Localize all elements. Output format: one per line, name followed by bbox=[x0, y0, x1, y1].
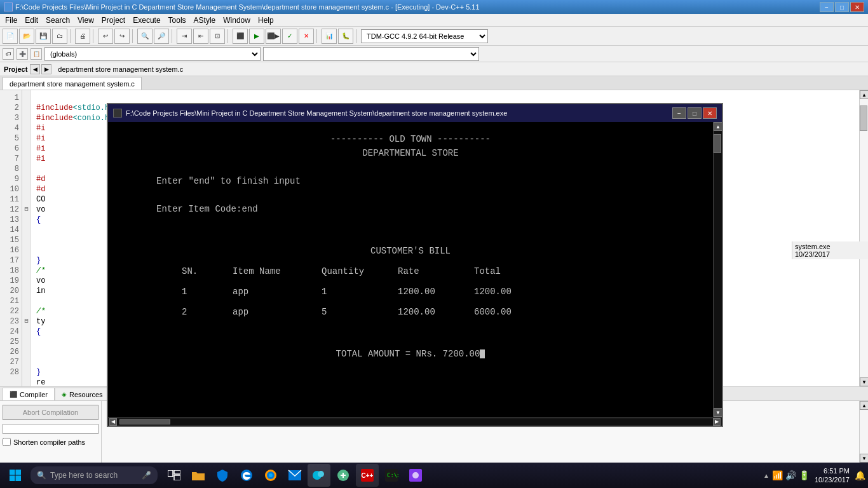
scope-select[interactable]: (globals) bbox=[44, 47, 261, 61]
menu-edit[interactable]: Edit bbox=[21, 15, 42, 26]
console-hscrollbar[interactable]: ◀ ▶ bbox=[108, 417, 722, 426]
tb2-list[interactable]: 📋 bbox=[31, 48, 42, 60]
tb-redo[interactable]: ↪ bbox=[114, 29, 130, 44]
compiler-select[interactable]: TDM-GCC 4.9.2 64-bit Release bbox=[361, 29, 488, 43]
taskbar-app-mail[interactable] bbox=[283, 464, 306, 487]
tb-compile[interactable]: ⬛ bbox=[233, 29, 248, 44]
menu-window[interactable]: Window bbox=[219, 15, 254, 26]
tb-save[interactable]: 💾 bbox=[36, 29, 51, 44]
tray-battery-icon[interactable]: 🔋 bbox=[799, 470, 810, 480]
taskbar-app-chat[interactable] bbox=[308, 464, 330, 487]
tray-up-icon[interactable]: ▲ bbox=[763, 472, 770, 479]
bottom-scroll-up[interactable]: ▲ bbox=[860, 401, 868, 410]
clock[interactable]: 6:51 PM 10/23/2017 bbox=[815, 466, 850, 484]
mail-icon bbox=[288, 470, 302, 481]
project-label: Project bbox=[4, 65, 27, 73]
console-icon bbox=[113, 109, 122, 118]
bottom-vscrollbar[interactable]: ▲ ▼ bbox=[859, 401, 868, 463]
tab-compiler[interactable]: ⬛ Compiler bbox=[3, 388, 55, 400]
tb-run[interactable]: ▶ bbox=[249, 29, 264, 44]
tb-find[interactable]: 🔍 bbox=[137, 29, 153, 44]
scroll-down[interactable]: ▼ bbox=[860, 377, 868, 386]
tray-network-icon[interactable]: 📶 bbox=[772, 470, 783, 480]
editor-vscrollbar[interactable]: ▲ ▼ bbox=[859, 90, 868, 386]
tb-unindent[interactable]: ⇤ bbox=[193, 29, 208, 44]
menu-file[interactable]: File bbox=[1, 15, 21, 26]
console-hscroll-left[interactable]: ◀ bbox=[109, 418, 117, 426]
tb-replace[interactable]: 🔎 bbox=[154, 29, 169, 44]
tb-undo[interactable]: ↩ bbox=[98, 29, 113, 44]
svg-point-10 bbox=[269, 473, 273, 477]
console-header1: ---------- OLD TOWN ---------- bbox=[118, 132, 703, 146]
tb-check[interactable]: ✓ bbox=[282, 29, 297, 44]
tb-chart[interactable]: 📊 bbox=[322, 29, 337, 44]
tb-new[interactable]: 📄 bbox=[3, 29, 18, 44]
tb2-class[interactable]: 🏷 bbox=[3, 48, 14, 60]
window-title: F:\Code Projects Files\Mini Project in C… bbox=[15, 3, 480, 11]
maximize-button[interactable]: □ bbox=[835, 2, 849, 12]
taskbar-app-explorer[interactable] bbox=[187, 464, 210, 487]
tb-indent[interactable]: ⇥ bbox=[177, 29, 192, 44]
scroll-track[interactable] bbox=[860, 99, 868, 377]
minimize-button[interactable]: − bbox=[820, 2, 834, 12]
tb-toggle[interactable]: ⊡ bbox=[210, 29, 225, 44]
menu-execute[interactable]: Execute bbox=[129, 15, 164, 26]
svg-rect-16 bbox=[342, 473, 344, 478]
console-scroll-down[interactable]: ▼ bbox=[714, 408, 722, 417]
taskbar-app-taskview[interactable] bbox=[163, 464, 186, 487]
console-close[interactable]: ✕ bbox=[703, 107, 717, 119]
console-minimize[interactable]: − bbox=[672, 107, 686, 119]
tb-debug[interactable]: 🐛 bbox=[338, 29, 353, 44]
start-button[interactable] bbox=[3, 465, 28, 485]
menu-tools[interactable]: Tools bbox=[165, 15, 190, 26]
menu-bar: File Edit Search View Project Execute To… bbox=[0, 14, 868, 27]
tb-stop[interactable]: ✕ bbox=[299, 29, 314, 44]
tb-saveall[interactable]: 🗂 bbox=[52, 29, 67, 44]
sep1 bbox=[70, 29, 72, 43]
bottom-scroll-down[interactable]: ▼ bbox=[860, 454, 868, 463]
menu-project[interactable]: Project bbox=[98, 15, 129, 26]
tb-comprun[interactable]: ⬛▶ bbox=[266, 29, 281, 44]
console-hscroll-track[interactable] bbox=[117, 419, 713, 425]
console-hscroll-thumb[interactable] bbox=[119, 419, 170, 424]
taskbar-app-photo[interactable] bbox=[404, 464, 427, 487]
scroll-up[interactable]: ▲ bbox=[860, 90, 868, 99]
taskbar-app-edge[interactable] bbox=[235, 464, 258, 487]
file-tab-active[interactable]: department store management system.c bbox=[3, 77, 142, 90]
menu-help[interactable]: Help bbox=[254, 15, 278, 26]
console-scroll-thumb[interactable] bbox=[714, 134, 721, 153]
taskbar-app-game[interactable] bbox=[332, 464, 355, 487]
console-vscrollbar[interactable]: ▲ ▼ bbox=[713, 122, 722, 417]
taskbar-app-firefox[interactable] bbox=[259, 464, 282, 487]
taskbar-app-devpp[interactable]: C++ bbox=[356, 464, 379, 487]
menu-view[interactable]: View bbox=[74, 15, 98, 26]
tb2-add[interactable]: ➕ bbox=[17, 48, 28, 60]
function-select[interactable] bbox=[263, 47, 479, 61]
close-button[interactable]: ✕ bbox=[850, 2, 864, 12]
tray-volume-icon[interactable]: 🔊 bbox=[785, 470, 796, 480]
nav-next[interactable]: ▶ bbox=[41, 64, 51, 74]
console-hscroll-right[interactable]: ▶ bbox=[713, 418, 721, 426]
menu-search[interactable]: Search bbox=[42, 15, 74, 26]
tab-resources[interactable]: ◈ Resources bbox=[55, 388, 110, 400]
console-scroll-track[interactable] bbox=[714, 131, 722, 408]
tb-open[interactable]: 📂 bbox=[19, 29, 34, 44]
sep2 bbox=[93, 29, 95, 43]
shorten-paths-checkbox[interactable] bbox=[3, 438, 11, 446]
svg-rect-2 bbox=[10, 476, 15, 482]
bottom-scroll-track[interactable] bbox=[860, 410, 868, 454]
svg-rect-4 bbox=[168, 470, 173, 477]
toolbar1: 📄 📂 💾 🗂 🖨 ↩ ↪ 🔍 🔎 ⇥ ⇤ ⊡ ⬛ ▶ ⬛▶ ✓ ✕ 📊 🐛 T… bbox=[0, 27, 868, 46]
nav-prev[interactable]: ◀ bbox=[30, 64, 40, 74]
search-bar[interactable]: 🔍 Type here to search 🎤 bbox=[31, 466, 158, 484]
menu-astyle[interactable]: AStyle bbox=[190, 15, 220, 26]
console-scroll-up[interactable]: ▲ bbox=[714, 122, 722, 131]
notification-icon[interactable]: 🔔 bbox=[855, 470, 865, 480]
abort-compilation-button[interactable]: Abort Compilation bbox=[3, 405, 98, 420]
code-display[interactable]: #include<stdio.h> #include<conio.h> #i #… bbox=[31, 90, 119, 386]
console-maximize[interactable]: □ bbox=[688, 107, 702, 119]
tb-print[interactable]: 🖨 bbox=[75, 29, 90, 44]
taskbar-app-shield[interactable] bbox=[211, 464, 234, 487]
taskbar-app-terminal[interactable]: C:\> bbox=[380, 464, 403, 487]
scroll-thumb[interactable] bbox=[860, 105, 867, 131]
